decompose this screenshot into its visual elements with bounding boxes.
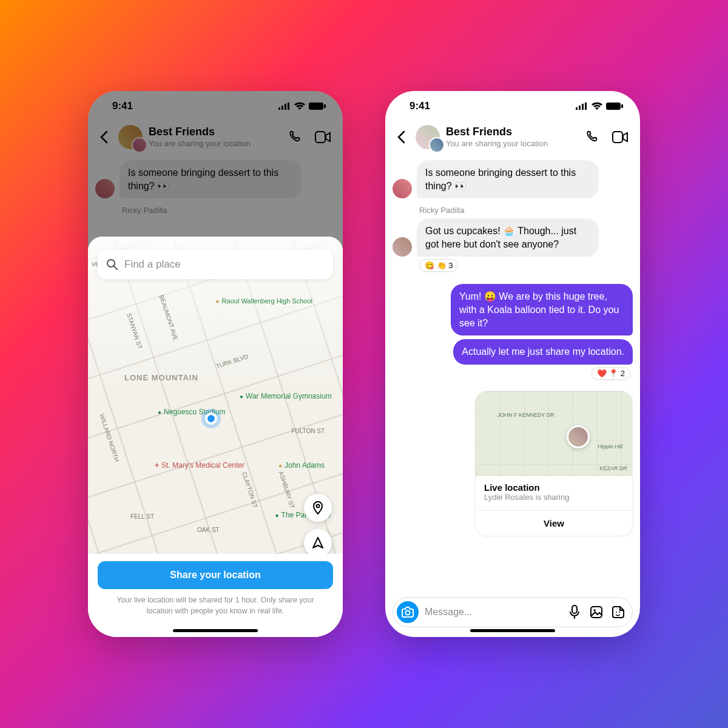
outgoing-message[interactable]: Yum! 😛 We are by this huge tree, with a … <box>451 284 633 335</box>
map-street: FULTON ST <box>291 428 325 434</box>
map-poi-medical: St. Mary's Medical Center <box>155 461 244 470</box>
sticker-icon <box>612 605 625 619</box>
svg-point-22 <box>619 612 620 613</box>
location-mini-map: JOHN F KENNEDY DR Hippie Hill KEZAR DR <box>476 391 632 476</box>
svg-rect-16 <box>613 132 622 143</box>
svg-point-9 <box>317 505 320 508</box>
search-icon <box>106 258 118 271</box>
message-row: Actually let me just share my location. <box>393 339 633 365</box>
svg-rect-10 <box>576 107 578 110</box>
message-reactions[interactable]: 😋 👏 3 <box>419 259 458 272</box>
recenter-pin-button[interactable] <box>304 494 332 522</box>
map-poi: John Adams <box>278 461 325 470</box>
back-button[interactable] <box>393 130 410 144</box>
location-view-button[interactable]: View <box>476 510 632 536</box>
mic-button[interactable] <box>567 605 582 619</box>
message-row: Is someone bringing dessert to this thin… <box>393 160 633 198</box>
map-poi: War Memorial Gymnasium <box>240 392 332 400</box>
svg-point-17 <box>406 611 410 615</box>
svg-point-21 <box>616 612 617 613</box>
map-area-label: LONE MOUNTAIN <box>124 373 198 382</box>
phone-chat: 9:41 Best Friends You are sharing your l… <box>385 91 640 637</box>
location-subtitle: Lydie Rosales is sharing <box>484 493 624 502</box>
outgoing-message[interactable]: Actually let me just share my location. <box>453 339 633 365</box>
svg-line-8 <box>114 266 117 269</box>
status-time: 9:41 <box>410 100 430 112</box>
cellular-icon <box>576 102 588 110</box>
camera-button[interactable] <box>397 601 419 623</box>
location-card[interactable]: JOHN F KENNEDY DR Hippie Hill KEZAR DR L… <box>475 391 633 536</box>
status-icons <box>576 102 623 110</box>
place-search-input[interactable]: Find a place <box>98 250 333 279</box>
svg-rect-15 <box>621 104 623 108</box>
share-note: Your live location will be shared for 1 … <box>98 589 333 616</box>
message-composer[interactable]: Message... <box>393 597 633 627</box>
gallery-icon <box>590 605 603 619</box>
svg-rect-13 <box>585 103 587 110</box>
home-indicator[interactable] <box>173 629 258 632</box>
mini-map-label: Hippie Hill <box>598 443 622 450</box>
svg-rect-11 <box>579 106 581 110</box>
chat-title[interactable]: Best Friends You are sharing your locati… <box>446 126 573 148</box>
voice-call-button[interactable] <box>583 130 601 144</box>
chat-name: Best Friends <box>446 126 573 139</box>
share-location-button[interactable]: Share your location <box>98 561 333 589</box>
phone-icon <box>585 130 599 144</box>
composer-placeholder: Message... <box>425 607 561 618</box>
sheet-bottom: Share your location Your live location w… <box>88 554 343 637</box>
phone-location-sheet: 9:41 Best Friends You are sharing your l… <box>88 91 343 637</box>
location-title: Live location <box>484 482 624 493</box>
chevron-left-icon <box>397 130 405 144</box>
svg-point-20 <box>593 609 595 611</box>
navigate-button[interactable] <box>304 529 332 557</box>
incoming-message[interactable]: Got us cupcakes! 🧁 Though... just got he… <box>417 218 599 257</box>
svg-rect-12 <box>582 104 584 110</box>
chat-avatar[interactable] <box>416 125 440 149</box>
chat-header: Best Friends You are sharing your locati… <box>385 121 640 158</box>
sender-name: Ricky Padilla <box>393 206 633 215</box>
svg-rect-18 <box>572 605 577 613</box>
mini-map-label: KEZAR DR <box>599 465 627 471</box>
svg-rect-19 <box>591 607 602 618</box>
sticker-button[interactable] <box>610 605 626 619</box>
pin-icon <box>311 501 325 514</box>
camera-icon <box>402 607 414 618</box>
message-reactions[interactable]: ❤️ 📍 2 <box>592 367 630 380</box>
message-row: Got us cupcakes! 🧁 Though... just got he… <box>393 218 633 257</box>
wifi-icon <box>592 102 602 110</box>
mic-icon <box>568 605 581 619</box>
search-placeholder: Find a place <box>124 258 181 271</box>
map-poi: Raoul Wallenberg High School <box>216 297 312 305</box>
map-street: OAK ST <box>197 527 220 533</box>
home-indicator[interactable] <box>470 629 555 632</box>
location-avatar-pin <box>567 425 590 448</box>
chat-subtitle: You are sharing your location <box>446 139 573 149</box>
battery-icon <box>606 102 623 110</box>
messages-pane[interactable]: Is someone bringing dessert to this thin… <box>385 158 640 591</box>
mini-map-label: JOHN F KENNEDY DR <box>497 412 554 418</box>
location-sheet: LONE MOUNTAIN Raoul Wallenberg High Scho… <box>88 237 343 637</box>
sender-avatar[interactable] <box>393 237 412 257</box>
svg-rect-14 <box>606 103 621 110</box>
video-icon <box>612 131 628 143</box>
video-call-button[interactable] <box>611 131 629 143</box>
navigate-icon <box>312 537 324 549</box>
incoming-message[interactable]: Is someone bringing dessert to this thin… <box>417 160 599 198</box>
map-street: FELL ST <box>130 513 154 520</box>
sender-avatar[interactable] <box>393 179 412 198</box>
gallery-button[interactable] <box>588 605 604 619</box>
status-bar: 9:41 <box>385 91 640 121</box>
svg-point-7 <box>107 260 115 267</box>
location-info: Live location Lydie Rosales is sharing <box>476 476 632 505</box>
message-row: Yum! 😛 We are by this huge tree, with a … <box>393 284 633 335</box>
